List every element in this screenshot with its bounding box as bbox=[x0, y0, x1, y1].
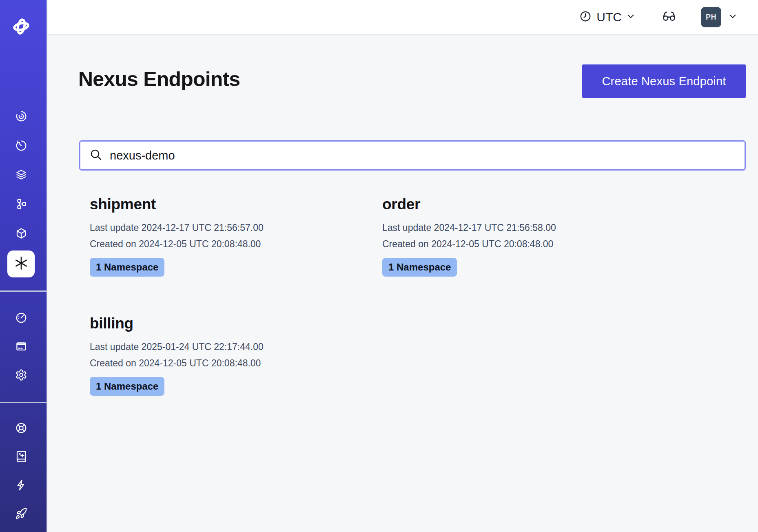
namespace-badge: 1 Namespace bbox=[90, 377, 164, 396]
sidebar-item-docs[interactable] bbox=[7, 445, 35, 470]
timer-icon bbox=[15, 140, 27, 153]
avatar: PH bbox=[701, 7, 721, 27]
sidebar bbox=[0, 0, 47, 532]
sidebar-item-nexus[interactable] bbox=[7, 250, 35, 277]
codec-settings-button[interactable] bbox=[662, 9, 676, 25]
endpoint-card: shipment Last update 2024-12-17 UTC 21:5… bbox=[90, 195, 382, 277]
endpoint-created: Created on 2024-12-05 UTC 20:08:48.00 bbox=[90, 236, 382, 252]
glasses-icon bbox=[662, 9, 676, 25]
clock-icon bbox=[579, 10, 592, 24]
sidebar-divider bbox=[0, 290, 47, 292]
endpoint-name[interactable]: shipment bbox=[90, 195, 156, 214]
page-title: Nexus Endpoints bbox=[78, 67, 240, 91]
timezone-selector[interactable]: UTC bbox=[579, 10, 636, 24]
chevron-down-icon bbox=[728, 11, 738, 23]
search-icon bbox=[89, 148, 102, 163]
chevron-down-icon bbox=[626, 11, 636, 23]
namespace-badge: 1 Namespace bbox=[382, 258, 457, 277]
endpoint-name[interactable]: order bbox=[382, 195, 420, 214]
sidebar-item-billing[interactable] bbox=[7, 335, 35, 359]
endpoint-card: order Last update 2024-12-17 UTC 21:56:5… bbox=[382, 195, 675, 277]
sidebar-item-support[interactable] bbox=[7, 417, 35, 441]
sidebar-item-settings[interactable] bbox=[7, 364, 35, 388]
endpoint-last-update: Last update 2024-12-17 UTC 21:56:57.00 bbox=[90, 219, 382, 236]
lightning-icon bbox=[15, 479, 27, 493]
sidebar-item-getting-started[interactable] bbox=[7, 502, 35, 527]
timezone-label: UTC bbox=[596, 10, 622, 24]
gauge-icon bbox=[15, 312, 27, 326]
sidebar-item-deployments[interactable] bbox=[7, 193, 35, 217]
temporal-logo[interactable] bbox=[11, 16, 32, 37]
sidebar-item-workflows[interactable] bbox=[7, 105, 35, 129]
sidebar-item-usage[interactable] bbox=[7, 306, 35, 331]
endpoint-card: billing Last update 2025-01-24 UTC 22:17… bbox=[90, 314, 382, 396]
namespace-badge: 1 Namespace bbox=[90, 258, 164, 277]
flowchart-icon bbox=[15, 198, 27, 212]
endpoint-list: shipment Last update 2024-12-17 UTC 21:5… bbox=[90, 195, 675, 396]
endpoint-name[interactable]: billing bbox=[90, 314, 133, 333]
sidebar-item-batch[interactable] bbox=[7, 222, 35, 246]
create-nexus-endpoint-button[interactable]: Create Nexus Endpoint bbox=[582, 64, 746, 98]
asterisk-icon bbox=[13, 255, 29, 273]
spiral-eye-icon bbox=[15, 110, 27, 124]
layers-icon bbox=[15, 168, 27, 182]
sidebar-item-schedules[interactable] bbox=[7, 134, 35, 159]
account-menu[interactable]: PH bbox=[701, 7, 738, 27]
endpoint-search[interactable] bbox=[79, 140, 746, 171]
sidebar-divider bbox=[0, 402, 47, 403]
top-bar: UTC PH bbox=[48, 0, 758, 35]
sidebar-item-feedback[interactable] bbox=[7, 474, 35, 498]
sidebar-item-namespaces[interactable] bbox=[7, 163, 35, 188]
credit-card-icon bbox=[15, 340, 27, 354]
endpoint-created: Created on 2024-12-05 UTC 20:08:48.00 bbox=[382, 236, 675, 252]
gear-icon bbox=[15, 369, 27, 383]
endpoint-created: Created on 2024-12-05 UTC 20:08:48.00 bbox=[90, 355, 382, 371]
book-sparkle-icon bbox=[15, 450, 27, 464]
cube-icon bbox=[15, 227, 27, 241]
rocket-icon bbox=[15, 508, 27, 521]
endpoint-last-update: Last update 2025-01-24 UTC 22:17:44.00 bbox=[90, 339, 382, 355]
lifebuoy-icon bbox=[15, 422, 27, 436]
endpoint-last-update: Last update 2024-12-17 UTC 21:56:58.00 bbox=[382, 219, 675, 236]
search-input[interactable] bbox=[109, 149, 736, 163]
